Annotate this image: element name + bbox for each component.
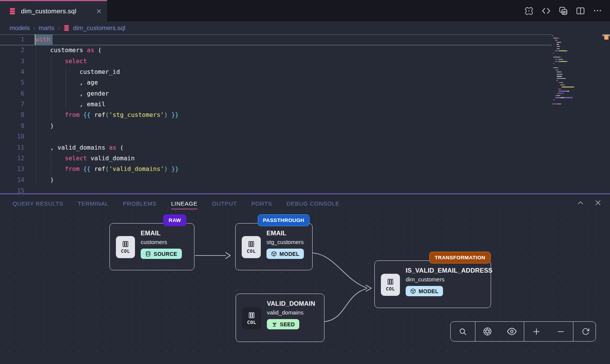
column-icon-box: COL xyxy=(381,274,400,296)
breadcrumb: models›marts›dim_customers.sql xyxy=(0,21,610,34)
bottom-panel-header: QUERY RESULTSTERMINALPROBLEMSLINEAGEOUTP… xyxy=(0,193,610,210)
code-line-text: select valid_domain xyxy=(24,153,135,164)
line-number: 5 xyxy=(0,77,24,88)
minimap-token xyxy=(557,44,559,45)
query-results-button[interactable] xyxy=(558,6,568,16)
minimap-token xyxy=(557,42,561,43)
lineage-node-customers[interactable]: RAWCOLEMAILcustomersSOURCE xyxy=(109,223,194,270)
minimap-token xyxy=(557,46,560,47)
minimap-token xyxy=(561,57,562,57)
edge-stg-to-dim xyxy=(313,253,367,288)
code-line[interactable]: 6 , gender xyxy=(0,88,552,99)
minimap-token xyxy=(560,91,566,91)
tab-dim-customers[interactable]: dim_customers.sql xyxy=(0,0,107,21)
code-line[interactable]: 3 select xyxy=(0,56,552,67)
code-line[interactable]: 2 customers as ( xyxy=(0,45,552,56)
minimap[interactable] xyxy=(552,35,588,105)
visibility-button[interactable] xyxy=(500,322,524,341)
more-actions-button[interactable] xyxy=(592,6,602,16)
minimap-token xyxy=(560,82,563,83)
refresh-button[interactable] xyxy=(573,322,596,341)
code-line-text: customer_id xyxy=(24,67,120,77)
minimap-token xyxy=(557,104,561,104)
edge-arrowhead xyxy=(226,252,230,259)
panel-tab-problems[interactable]: PROBLEMS xyxy=(116,196,164,209)
panel-tab-debug-console[interactable]: DEBUG CONSOLE xyxy=(279,196,347,209)
code-line[interactable]: 10 xyxy=(0,131,552,142)
breadcrumb-separator: › xyxy=(58,25,59,31)
minimap-token xyxy=(560,85,564,85)
minimap-token xyxy=(560,57,561,57)
panel-tab-label: TERMINAL xyxy=(78,200,109,209)
cube-icon xyxy=(271,251,277,257)
plus-icon xyxy=(532,327,541,336)
breadcrumb-separator: › xyxy=(33,25,35,31)
code-line[interactable]: 9 ) xyxy=(0,121,552,131)
minimap-token xyxy=(562,86,574,87)
lineage-node-stg_customers[interactable]: PASSTHROUGHCOLEMAILstg_customersMODEL xyxy=(235,223,313,270)
node-body: VALID_DOMAINvalid_domainsSEED xyxy=(267,300,315,336)
line-number: 10 xyxy=(0,131,24,142)
code-line[interactable]: 4 customer_id xyxy=(0,67,552,77)
code-token: , valid_domains xyxy=(35,144,109,151)
tab-title: dim_customers.sql xyxy=(21,8,92,15)
panel-tab-terminal[interactable]: TERMINAL xyxy=(71,196,116,209)
code-line[interactable]: 5 , age xyxy=(0,77,552,88)
code-editor[interactable]: 1with2 customers as (3 select4 customer_… xyxy=(0,34,610,193)
code-line[interactable]: 7 , email xyxy=(0,99,552,110)
search-button[interactable] xyxy=(451,322,475,341)
compiled-code-button[interactable] xyxy=(541,6,551,16)
code-line[interactable]: 14 ) xyxy=(0,175,552,185)
code-token: , age xyxy=(35,79,98,86)
minimap-token xyxy=(557,74,562,75)
code-token: ) xyxy=(35,122,54,129)
column-icon-label: COL xyxy=(247,248,256,254)
breadcrumb-file[interactable]: dim_customers.sql xyxy=(63,24,125,32)
panel-tab-output[interactable]: OUTPUT xyxy=(205,196,244,209)
lineage-canvas[interactable]: RAWCOLEMAILcustomersSOURCEPASSTHROUGHCOL… xyxy=(0,210,610,364)
node-column-name: EMAIL xyxy=(141,230,182,237)
minimap-token xyxy=(555,59,558,60)
edge-arrowhead xyxy=(366,285,371,291)
code-token: ) xyxy=(35,176,54,184)
refresh-icon xyxy=(581,327,590,336)
code-line[interactable]: 13 from {{ ref('valid_domains') }} xyxy=(0,164,552,174)
screenshot-button[interactable] xyxy=(475,322,500,341)
lineage-node-valid_domains[interactable]: COLVALID_DOMAINvalid_domainsSEED xyxy=(236,294,324,342)
minimap-token xyxy=(560,93,564,94)
minimap-token xyxy=(553,67,557,68)
lineage-node-dim_customers[interactable]: TRANSFORMATIONCOLIS_VALID_EMAIL_ADDRESSd… xyxy=(374,260,491,308)
code-line[interactable]: 12 select valid_domain xyxy=(0,153,552,164)
node-type-badge-seed: SEED xyxy=(267,319,299,329)
tab-close-icon[interactable] xyxy=(96,8,102,14)
node-body: EMAILstg_customersMODEL xyxy=(266,230,304,265)
zoom-in-button[interactable] xyxy=(524,322,549,341)
code-line[interactable]: 8 from {{ ref('stg_customers') }} xyxy=(0,110,552,120)
line-number: 1 xyxy=(0,34,24,45)
breadcrumb-segment[interactable]: marts xyxy=(39,24,54,32)
code-token xyxy=(35,155,65,162)
breadcrumb-segment[interactable]: models xyxy=(10,24,30,32)
minimap-token xyxy=(553,63,554,64)
close-panel-button[interactable] xyxy=(594,199,602,206)
code-line-text: ) xyxy=(24,121,54,131)
code-token: ref xyxy=(91,111,106,118)
dbt-logo-button[interactable] xyxy=(524,6,534,16)
minimap-token xyxy=(557,95,560,96)
node-type-label: SOURCE xyxy=(154,251,177,257)
code-icon xyxy=(541,6,551,16)
indent-guide xyxy=(51,153,51,175)
code-line[interactable]: 1with xyxy=(0,34,552,45)
panel-tab-query-results[interactable]: QUERY RESULTS xyxy=(5,196,71,209)
collapse-panel-button[interactable] xyxy=(576,199,584,206)
minimap-line xyxy=(552,103,588,105)
panel-tab-ports[interactable]: PORTS xyxy=(244,196,279,209)
panel-tab-lineage[interactable]: LINEAGE xyxy=(164,196,205,209)
zoom-out-button[interactable] xyxy=(549,322,573,341)
split-editor-button[interactable] xyxy=(575,6,585,16)
toolbar-section xyxy=(524,322,573,341)
minimap-token xyxy=(555,61,557,62)
eye-icon xyxy=(507,327,517,336)
code-line[interactable]: 15 xyxy=(0,185,552,193)
code-line[interactable]: 11 , valid_domains as ( xyxy=(0,142,552,153)
